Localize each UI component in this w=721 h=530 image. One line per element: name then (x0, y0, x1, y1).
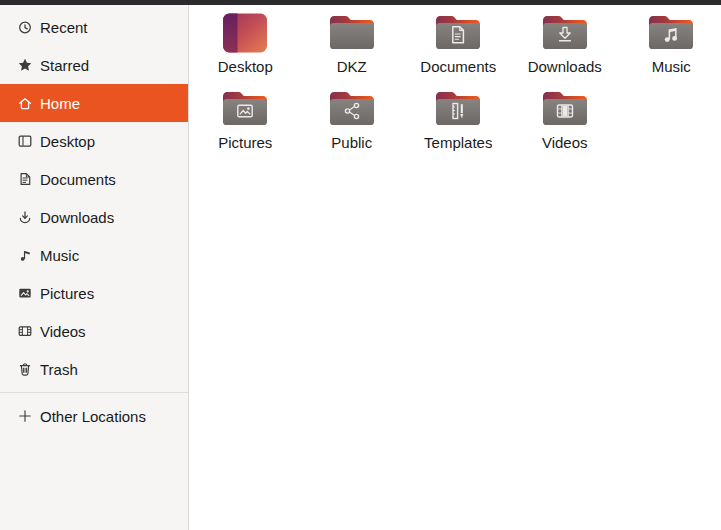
folder-music-icon (647, 13, 695, 53)
sidebar-item-label: Other Locations (40, 408, 146, 425)
file-name: DKZ (337, 58, 367, 75)
sidebar-item-trash[interactable]: Trash (0, 350, 188, 388)
file-name: Videos (542, 134, 588, 151)
star-icon (17, 57, 33, 73)
file-item-music[interactable]: Music (618, 13, 721, 89)
home-icon (17, 95, 33, 111)
file-name: Pictures (218, 134, 272, 151)
sidebar-item-label: Trash (40, 361, 78, 378)
sidebar-item-documents[interactable]: Documents (0, 160, 188, 198)
file-name: Templates (424, 134, 492, 151)
file-name: Desktop (218, 58, 273, 75)
file-grid: Desktop DKZ Documents (189, 5, 721, 530)
trash-icon (17, 361, 33, 377)
sidebar: Recent Starred Home Desktop Documents Do… (0, 5, 189, 530)
sidebar-item-label: Pictures (40, 285, 94, 302)
sidebar-item-label: Desktop (40, 133, 95, 150)
folder-videos-icon (541, 89, 589, 129)
recent-clock-icon (17, 19, 33, 35)
file-item-downloads[interactable]: Downloads (512, 13, 619, 89)
folder-documents-icon (434, 13, 482, 53)
folder-downloads-icon (541, 13, 589, 53)
file-item-templates[interactable]: Templates (405, 89, 512, 165)
sidebar-item-label: Recent (40, 19, 88, 36)
sidebar-item-label: Documents (40, 171, 116, 188)
sidebar-item-label: Music (40, 247, 79, 264)
sidebar-separator (0, 392, 188, 393)
file-item-videos[interactable]: Videos (512, 89, 619, 165)
file-item-desktop[interactable]: Desktop (192, 13, 299, 89)
file-name: Music (652, 58, 691, 75)
window-content: Recent Starred Home Desktop Documents Do… (0, 5, 721, 530)
file-name: Documents (420, 58, 496, 75)
sidebar-item-recent[interactable]: Recent (0, 8, 188, 46)
sidebar-item-desktop[interactable]: Desktop (0, 122, 188, 160)
folder-pictures-icon (221, 89, 269, 129)
sidebar-item-downloads[interactable]: Downloads (0, 198, 188, 236)
sidebar-item-starred[interactable]: Starred (0, 46, 188, 84)
file-name: Downloads (528, 58, 602, 75)
file-item-pictures[interactable]: Pictures (192, 89, 299, 165)
folder-plain-icon (328, 13, 376, 53)
folder-templates-icon (434, 89, 482, 129)
file-item-public[interactable]: Public (299, 89, 406, 165)
document-icon (17, 171, 33, 187)
film-icon (17, 323, 33, 339)
file-name: Public (331, 134, 372, 151)
sidebar-item-label: Home (40, 95, 80, 112)
sidebar-item-label: Downloads (40, 209, 114, 226)
sidebar-item-label: Starred (40, 57, 89, 74)
folder-public-share-icon (328, 89, 376, 129)
file-item-documents[interactable]: Documents (405, 13, 512, 89)
sidebar-item-label: Videos (40, 323, 86, 340)
desktop-pane-icon (17, 133, 33, 149)
download-icon (17, 209, 33, 225)
music-note-icon (17, 247, 33, 263)
sidebar-item-home[interactable]: Home (0, 84, 188, 122)
sidebar-item-pictures[interactable]: Pictures (0, 274, 188, 312)
sidebar-item-videos[interactable]: Videos (0, 312, 188, 350)
sidebar-item-music[interactable]: Music (0, 236, 188, 274)
sidebar-item-other-locations[interactable]: Other Locations (0, 397, 188, 435)
picture-icon (17, 285, 33, 301)
desktop-gradient-icon (221, 13, 269, 53)
file-manager-window: Recent Starred Home Desktop Documents Do… (0, 0, 721, 530)
plus-icon (17, 408, 33, 424)
file-item-dkz[interactable]: DKZ (299, 13, 406, 89)
